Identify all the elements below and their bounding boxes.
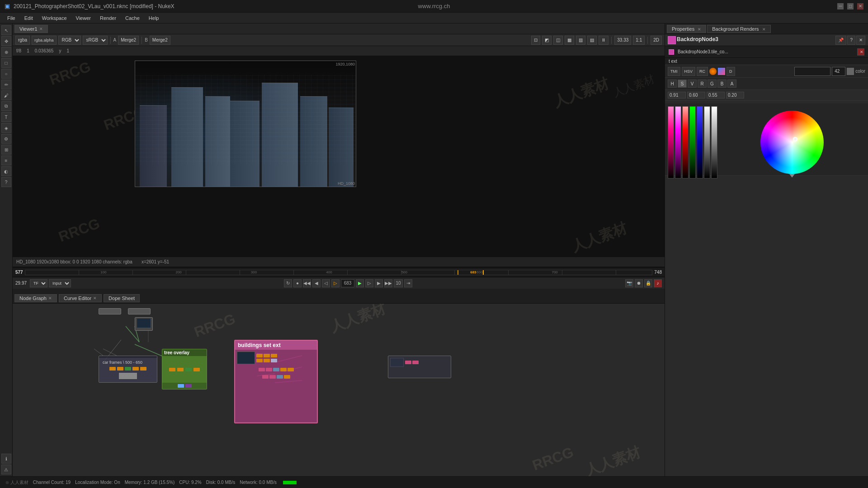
prev-btn[interactable]: ◁ [322,279,330,287]
menu-render[interactable]: Render [96,14,120,22]
mini-node-top-2[interactable] [128,308,151,314]
toolbar-rect[interactable]: □ [1,58,11,68]
wipe-btn[interactable]: ▥ [576,36,585,45]
node-tab-graph[interactable]: Node Graph ✕ [14,294,57,302]
step-back-btn[interactable]: ◀ [312,279,321,287]
props-tab-bg[interactable]: Background Renders ✕ [707,25,770,33]
pause-btn[interactable]: ⏸ [599,36,609,45]
node-card-car[interactable]: car frames \ 500 - 650 [99,356,157,383]
hsv-btn[interactable]: HSV [682,67,696,76]
toolbar-text[interactable]: T [1,112,11,122]
record-btn[interactable]: ● [293,279,302,287]
proxy-btn[interactable]: ▤ [587,36,597,45]
node-tab-graph-close[interactable]: ✕ [48,296,52,300]
node-tab-curve-close[interactable]: ✕ [93,296,97,300]
menu-viewer[interactable]: Viewer [72,14,94,22]
merge-b-btn[interactable]: Merge2 [150,36,170,45]
rgba-a-input[interactable] [726,92,744,99]
colorspace-out-select[interactable]: sRGB [83,36,108,45]
strip-white-2[interactable] [711,106,717,178]
mini-node-top-1[interactable] [99,308,121,314]
zoom-btn[interactable]: 33.33 [614,36,631,45]
rgba-r-input[interactable] [668,92,686,99]
snapshot-btn[interactable]: 📷 [625,279,633,287]
h-tab[interactable]: H [668,80,677,88]
g-tab[interactable]: G [708,80,717,88]
node-card-buildings[interactable]: buildings set ext [234,340,318,423]
rgba-g-input[interactable] [687,92,705,99]
toolbar-move[interactable]: ✥ [1,36,11,46]
props-tab-properties[interactable]: Properties ✕ [667,25,706,33]
end-btn[interactable]: ⇥ [404,279,412,287]
strip-red[interactable] [682,106,689,178]
node-card-right[interactable] [388,356,451,378]
toolbar-clone[interactable]: ⧉ [1,101,11,111]
toolbar-grid[interactable]: ⊞ [1,145,11,155]
input-select[interactable]: Input [49,279,71,287]
timeline-track[interactable]: 100 200 300 400 500 600 700 683 [25,270,653,275]
menu-edit[interactable]: Edit [21,14,37,22]
next-btn[interactable]: ▷ [365,279,373,287]
colorspace-in-select[interactable]: RGB [58,36,81,45]
node-card-tree[interactable]: tree overlay [162,349,207,389]
node-graph-content[interactable]: RRCG 人人素材 RRCG 人人素材 [13,304,665,476]
prev-frame-btn[interactable]: ◀◀ [303,279,311,287]
color-wheel[interactable] [760,111,824,174]
viewer-tab-close[interactable]: ✕ [39,27,43,31]
strip-blue[interactable] [697,106,703,178]
viewer-tab-1[interactable]: Viewer1 ✕ [14,25,48,33]
minimize-button[interactable]: ─ [837,3,844,9]
r-tab[interactable]: R [698,80,707,88]
tf-select[interactable]: TF [30,279,47,287]
viewer-content[interactable]: RRCG 人人素材 RRCG RRCG 人人素材 [13,56,665,257]
node-tab-dope[interactable]: Dope Sheet [104,294,140,302]
gain-btn[interactable]: ◩ [542,36,552,45]
color-wheel-container[interactable] [760,111,824,174]
color-dot-2[interactable] [718,68,725,75]
props-tab-bg-close[interactable]: ✕ [762,27,766,32]
props-close-btn[interactable]: ✕ [856,36,865,45]
toolbar-alert[interactable]: ⚠ [1,465,11,474]
ratio-btn[interactable]: 1:1 [633,36,645,45]
frame-display[interactable]: 683 [341,279,354,287]
color-wheel-cursor[interactable] [793,137,797,141]
next-frame-btn[interactable]: ▶▶ [384,279,392,287]
props-tab-close[interactable]: ✕ [698,27,701,32]
strip-white-1[interactable] [704,106,710,178]
lock-btn[interactable]: 🔒 [644,279,652,287]
toolbar-ellipse[interactable]: ○ [1,69,11,79]
toolbar-zoom[interactable]: ⊕ [1,47,11,57]
step-count[interactable]: 10 [394,279,403,287]
menu-cache[interactable]: Cache [122,14,143,22]
mini-node-thumb[interactable] [135,317,153,331]
toolbar-node[interactable]: ◈ [1,123,11,133]
opacity-input[interactable]: 42 [832,67,845,76]
rc-btn[interactable]: RC [697,67,708,76]
clips-btn[interactable]: ▦ [565,36,574,45]
color-dot-1[interactable] [709,68,717,75]
audio-btn[interactable]: ♪ [654,279,662,287]
alpha-btn[interactable]: rgba.alpha [32,36,57,45]
v-tab[interactable]: V [688,80,697,88]
menu-workspace[interactable]: Workspace [38,14,71,22]
merge-a-btn[interactable]: Merge2 [118,36,139,45]
close-button[interactable]: ✕ [857,3,863,9]
toolbar-info[interactable]: ℹ [1,454,11,464]
gamma-btn[interactable]: ◫ [553,36,563,45]
rec-btn2[interactable]: ⏺ [635,279,643,287]
b-tab[interactable]: B [717,80,726,88]
strip-magenta[interactable] [675,106,681,178]
props-pin-btn[interactable]: 📌 [835,36,846,45]
props-help-btn[interactable]: ? [847,36,855,45]
toolbar-pen[interactable]: ✏ [1,80,11,89]
d-btn[interactable]: D [726,67,735,76]
a-tab[interactable]: A [727,80,736,88]
toolbar-settings[interactable]: ⚙ [1,134,11,144]
maximize-button[interactable]: □ [847,3,854,9]
play-rev-btn[interactable]: ▷ [331,279,340,287]
toolbar-brush[interactable]: 🖌 [1,90,11,100]
menu-help[interactable]: Help [145,14,163,22]
toolbar-help2[interactable]: ? [1,177,11,187]
play-fwd-btn[interactable]: ▶ [356,279,364,287]
roi-btn[interactable]: ⊡ [531,36,540,45]
